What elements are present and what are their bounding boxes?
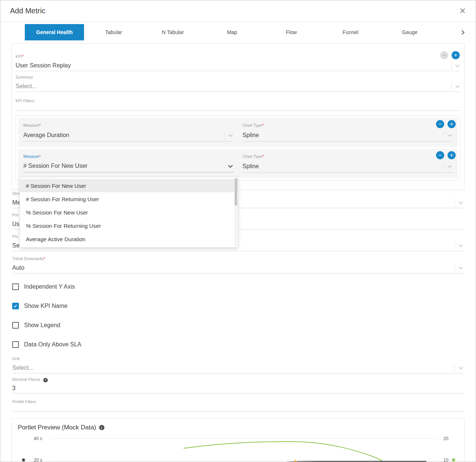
required-marker: * xyxy=(22,54,24,59)
checkbox-label: Show KPI Name xyxy=(24,303,67,309)
tab-gauge[interactable]: Gauge xyxy=(380,24,439,40)
chart-type-field: Chart Type* Spline xyxy=(242,123,453,142)
tabs-scroll-right-button[interactable] xyxy=(457,31,467,34)
select-divider xyxy=(451,62,452,69)
measure-row-1: − + Measure* Average Duration Chart Type… xyxy=(18,118,458,147)
checkbox-show-legend[interactable] xyxy=(12,322,19,329)
chart-type-label: Chart Type* xyxy=(242,154,453,159)
measure-select[interactable]: Average Duration xyxy=(23,129,234,142)
select-divider xyxy=(455,242,455,249)
checkbox-show-kpi-name[interactable]: ✓ xyxy=(12,303,19,309)
select-divider xyxy=(443,163,444,170)
tab-funnel[interactable]: Funnel xyxy=(321,24,380,40)
chevron-down-icon[interactable] xyxy=(459,200,463,204)
remove-measure-button[interactable]: − xyxy=(436,151,444,159)
checkbox-row-show-kpi-name[interactable]: ✓ Show KPI Name xyxy=(12,302,464,310)
kpi-filters-divider xyxy=(16,110,460,111)
checkbox-data-only-above-sla[interactable] xyxy=(12,341,19,348)
kpi-select[interactable]: User Session Replay xyxy=(16,60,460,71)
info-icon[interactable]: i xyxy=(99,425,104,430)
chart-type-value: Spline xyxy=(242,163,443,170)
chevron-down-icon[interactable] xyxy=(459,243,463,247)
summary-select[interactable]: Select... xyxy=(16,81,460,92)
select-divider xyxy=(443,132,444,139)
checkbox-label: Show Legend xyxy=(24,322,60,329)
measure-label: Measure* xyxy=(23,123,234,128)
remove-measure-button[interactable]: − xyxy=(436,120,444,128)
series-point-marker xyxy=(294,461,297,462)
kpi-label: KPI* xyxy=(16,54,460,59)
chevron-right-icon xyxy=(460,30,465,35)
chevron-down-icon[interactable] xyxy=(459,365,463,369)
dropdown-option[interactable]: % Session For New User xyxy=(20,206,238,219)
measure-select[interactable]: # Session For New User xyxy=(23,160,234,173)
select-divider xyxy=(451,83,452,90)
portlet-filters-divider xyxy=(12,411,464,412)
dropdown-option[interactable]: # Session For Returning User xyxy=(20,192,238,206)
chart-type-select[interactable]: Spline xyxy=(242,160,453,173)
trend-granularity-label: Trend Granularity* xyxy=(12,256,464,261)
checkbox-independent-y-axis[interactable] xyxy=(12,283,19,290)
unit-label: Unit xyxy=(12,356,464,361)
add-measure-button[interactable]: + xyxy=(447,151,456,159)
add-measure-button[interactable]: + xyxy=(447,120,456,128)
dropdown-option[interactable]: # Session For New User xyxy=(20,179,238,192)
dropdown-option[interactable]: % Session For Returning User xyxy=(20,219,238,232)
dropdown-option[interactable]: Average Active Duration xyxy=(20,232,238,246)
close-icon[interactable]: ✕ xyxy=(459,7,466,15)
checkbox-row-independent-y-axis[interactable]: Independent Y Axis xyxy=(12,283,464,290)
chevron-down-icon[interactable] xyxy=(447,132,452,136)
decimal-places-label: Decimal Placesi xyxy=(12,377,464,382)
tab-map[interactable]: Map xyxy=(202,24,262,40)
add-metric-dialog: Add Metric ✕ General Health Tabular N Ta… xyxy=(0,0,476,462)
tab-bar: General Health Tabular N Tabular Map Flo… xyxy=(25,24,467,40)
select-divider xyxy=(224,132,225,139)
decimal-places-input[interactable]: 3 xyxy=(12,383,464,393)
dialog-body: − + KPI* User Session Replay Summary Sel… xyxy=(0,40,476,462)
chart-type-label: Chart Type* xyxy=(242,123,453,128)
select-divider xyxy=(455,364,455,372)
trend-granularity-select[interactable]: Auto xyxy=(12,262,464,273)
measure-label: Measure* xyxy=(23,154,234,159)
chevron-down-icon[interactable] xyxy=(228,132,232,136)
chevron-down-icon[interactable] xyxy=(455,63,459,67)
checkbox-label: Independent Y Axis xyxy=(24,283,75,290)
unit-select[interactable]: Select... xyxy=(12,362,464,373)
tab-flow[interactable]: Flow xyxy=(262,24,321,40)
chevron-down-icon[interactable] xyxy=(228,163,233,168)
select-suffix xyxy=(451,83,460,90)
checkbox-row-data-only-above-sla[interactable]: Data Only Above SLA xyxy=(12,341,464,348)
green-series-line xyxy=(184,442,412,462)
kpi-filters-label: KPI Filters xyxy=(16,99,460,103)
check-icon: ✓ xyxy=(14,304,18,309)
chevron-down-icon[interactable] xyxy=(447,163,452,167)
dialog-title: Add Metric xyxy=(10,7,46,15)
decimal-places-value: 3 xyxy=(12,385,464,392)
portlet-preview-card: Portlet Preview (Mock Data) i 40 s 20 s … xyxy=(11,418,465,462)
measure-field: Measure* # Session For New User # Sessio… xyxy=(23,154,234,173)
measure-value: Average Duration xyxy=(23,132,224,139)
chart-type-select[interactable]: Spline xyxy=(242,129,453,142)
checkbox-label: Data Only Above SLA xyxy=(24,341,81,348)
required-marker: * xyxy=(44,256,45,261)
unit-field: Unit Select... xyxy=(12,356,464,373)
tab-tabular[interactable]: Tabular xyxy=(84,24,143,40)
remove-kpi-button[interactable]: − xyxy=(440,51,448,59)
checkbox-row-show-legend[interactable]: Show Legend xyxy=(12,322,464,329)
dropdown-scrollbar-thumb[interactable] xyxy=(235,178,237,206)
preview-chart: 40 s 20 s 20 10 xyxy=(12,433,464,462)
tab-general-health[interactable]: General Health xyxy=(25,24,84,40)
info-icon[interactable]: i xyxy=(43,378,48,382)
measure-row-2: − + Measure* # Session For New User # Se… xyxy=(18,149,458,178)
chart-type-field: Chart Type* Spline xyxy=(242,154,453,173)
measure-value: # Session For New User xyxy=(23,163,229,169)
summary-placeholder: Select... xyxy=(16,83,451,90)
measures-box: − + Measure* Average Duration Chart Type… xyxy=(16,115,460,180)
measure-options-dropdown: # Session For New User # Session For Ret… xyxy=(20,177,238,247)
chevron-down-icon[interactable] xyxy=(455,83,459,87)
chevron-down-icon[interactable] xyxy=(459,265,463,269)
kpi-value: User Session Replay xyxy=(16,62,451,69)
preview-chart-svg xyxy=(12,433,464,462)
tab-n-tabular[interactable]: N Tabular xyxy=(143,24,202,40)
add-kpi-button[interactable]: + xyxy=(452,51,460,59)
